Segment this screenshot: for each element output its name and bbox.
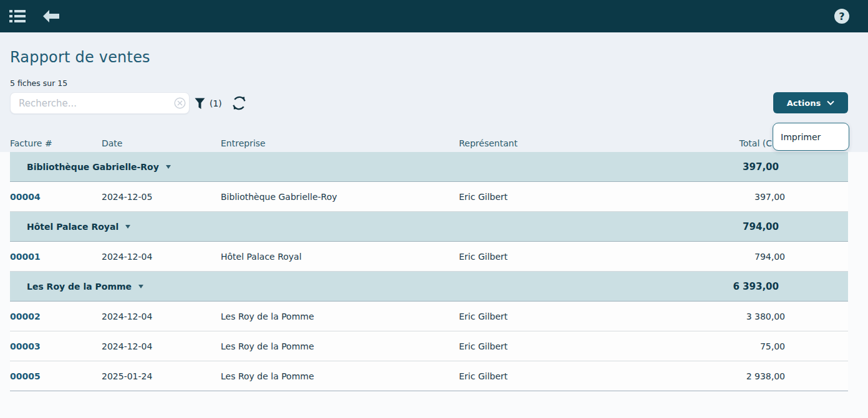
date-cell: 2024-12-04 (102, 311, 221, 321)
refresh-button[interactable] (231, 95, 247, 111)
rep-cell: Eric Gilbert (459, 311, 665, 321)
company-cell: Les Roy de la Pomme (221, 341, 459, 351)
caret-down-icon (125, 225, 130, 229)
page-title: Rapport de ventes (10, 49, 150, 66)
back-button[interactable] (39, 4, 64, 29)
table-row[interactable]: 00005 2025-01-24 Les Roy de la Pomme Eri… (10, 361, 848, 391)
table-row[interactable]: 00004 2024-12-05 Bibliothèque Gabrielle-… (10, 182, 848, 212)
rep-cell: Eric Gilbert (459, 341, 665, 351)
list-icon (9, 9, 26, 23)
rep-cell: Eric Gilbert (459, 371, 665, 381)
top-bar: ? (0, 0, 868, 32)
group-name: Les Roy de la Pomme (27, 282, 132, 292)
circle-x-icon (174, 97, 186, 109)
list-menu-icon[interactable] (5, 4, 30, 29)
group-row-bibliotheque-gabrielle-roy[interactable]: Bibliothèque Gabrielle-Roy 397,00 (10, 152, 848, 182)
company-cell: Les Roy de la Pomme (221, 371, 459, 381)
filter-count: (1) (210, 98, 222, 108)
table-row[interactable]: 00002 2024-12-04 Les Roy de la Pomme Eri… (10, 302, 848, 331)
search-box (10, 92, 190, 114)
total-cell: 3 380,00 (665, 311, 848, 321)
svg-text:?: ? (839, 11, 844, 22)
invoice-link[interactable]: 00001 (10, 252, 102, 262)
invoice-link[interactable]: 00003 (10, 341, 102, 351)
caret-down-icon (138, 285, 143, 288)
actions-button-label: Actions (787, 98, 821, 108)
total-cell: 2 938,00 (665, 371, 848, 381)
actions-dropdown-menu: Imprimer (773, 123, 849, 151)
company-cell: Bibliothèque Gabrielle-Roy (221, 192, 459, 202)
table-header-row: Facture # Date Entreprise Représentant T… (10, 135, 848, 152)
group-total: 794,00 (665, 221, 848, 232)
group-name: Bibliothèque Gabrielle-Roy (27, 162, 159, 172)
caret-down-icon (166, 165, 171, 169)
date-cell: 2024-12-04 (102, 341, 221, 351)
column-header-company[interactable]: Entreprise (221, 138, 459, 148)
clear-search-button[interactable] (170, 94, 189, 113)
search-input[interactable] (11, 98, 170, 109)
total-cell: 75,00 (665, 341, 848, 351)
chevron-down-icon (827, 100, 834, 105)
total-cell: 794,00 (665, 252, 848, 262)
date-cell: 2024-12-04 (102, 252, 221, 262)
arrow-left-icon (43, 10, 59, 22)
group-total: 397,00 (665, 161, 848, 173)
actions-button[interactable]: Actions (773, 92, 848, 113)
group-row-hotel-palace-royal[interactable]: Hôtel Palace Royal 794,00 (10, 212, 848, 242)
invoice-link[interactable]: 00005 (10, 371, 102, 381)
group-name: Hôtel Palace Royal (27, 222, 118, 232)
group-row-les-roy-de-la-pomme[interactable]: Les Roy de la Pomme 6 393,00 (10, 272, 848, 302)
column-header-invoice[interactable]: Facture # (10, 138, 102, 148)
rep-cell: Eric Gilbert (459, 252, 665, 262)
date-cell: 2024-12-05 (102, 192, 221, 202)
total-cell: 397,00 (665, 192, 848, 202)
date-cell: 2025-01-24 (102, 371, 221, 381)
company-cell: Hôtel Palace Royal (221, 252, 459, 262)
table-row[interactable]: 00003 2024-12-04 Les Roy de la Pomme Eri… (10, 331, 848, 361)
invoice-link[interactable]: 00004 (10, 192, 102, 202)
refresh-icon (232, 96, 246, 110)
filter-funnel-icon (195, 98, 205, 110)
company-cell: Les Roy de la Pomme (221, 311, 459, 321)
help-button[interactable]: ? (829, 4, 854, 29)
sales-report-table: Bibliothèque Gabrielle-Roy 397,00 00004 … (10, 152, 848, 391)
table-row[interactable]: 00001 2024-12-04 Hôtel Palace Royal Eric… (10, 242, 848, 272)
menu-item-imprimer[interactable]: Imprimer (773, 132, 849, 142)
record-count: 5 fiches sur 15 (10, 78, 67, 88)
column-header-rep[interactable]: Représentant (459, 138, 665, 148)
invoice-link[interactable]: 00002 (10, 311, 102, 321)
rep-cell: Eric Gilbert (459, 192, 665, 202)
filter-button[interactable]: (1) (195, 95, 222, 112)
question-mark-icon: ? (834, 8, 850, 24)
group-total: 6 393,00 (665, 281, 848, 292)
column-header-date[interactable]: Date (102, 138, 221, 148)
